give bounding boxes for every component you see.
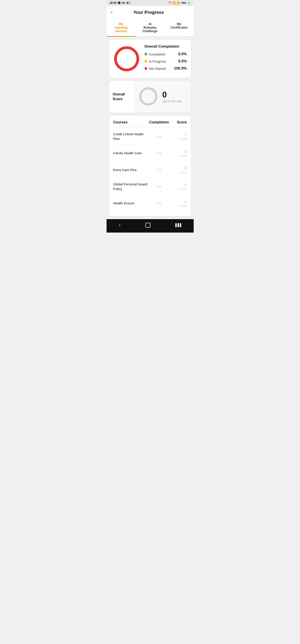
not-started-dot [145,67,147,70]
course-row-5: Health Ensure 0% 0 of 100 [113,195,187,212]
svg-point-1 [140,88,156,104]
course-row-4: Global Personal Guard Policy 0% 0 of 110 [113,178,187,195]
col-completion-header: Completion [149,120,169,124]
legend-in-progress: In Progress 0.0% [145,59,187,64]
completion-title: Overall Completion [145,44,187,49]
col-courses-header: Courses [113,120,149,124]
dh-icon: Dh [122,2,125,4]
score-number: 0 [162,91,182,99]
course-completion-5: 0% [150,201,169,205]
svg-point-0 [115,48,138,70]
course-score-1: 0 of 100 [168,132,187,141]
course-name-3: Extra Care Plus [113,168,150,172]
status-bar: 19:33 🖼 Dh M • ⏰ 📶 📶 70% 🔋 [107,0,194,6]
course-score-5: 0 of 100 [168,198,187,208]
in-progress-label: In Progress [149,60,166,63]
completed-label: Completed [149,52,165,56]
course-name-2: Family Health Care [113,151,150,156]
course-completion-3: 0% [150,168,169,172]
signal-icon: 📶 [177,2,180,4]
course-name-5: Health Ensure [113,201,150,206]
course-completion-1: 0% [150,134,169,138]
time-label: 19:33 [110,1,117,4]
score-out-of: out of 770 | 0% [162,100,182,103]
tab-my-learning[interactable]: MyLearningJourney [107,19,136,37]
completed-pct: 0.0% [178,52,187,56]
wifi-icon: 📶 [173,2,176,4]
battery-label: 70% [181,2,186,4]
content-area: Overall Completion Completed 0.0% In Pro… [107,37,194,219]
tabs-container: MyLearningJourney AIRoleplayChallenge My… [107,19,194,37]
status-left: 19:33 🖼 Dh M • [110,1,131,4]
score-label: OverallScore [109,88,134,106]
photo-icon: 🖼 [118,1,120,4]
nav-recents-button[interactable] [175,223,181,227]
not-started-label: Not Started [149,67,166,70]
course-score-2: 0 of 100 [168,148,187,158]
course-completion-4: 0% [150,185,169,188]
header: ‹ Your Progress [107,6,194,19]
course-name-4: Global Personal Guard Policy [113,182,150,191]
score-label-text: OverallScore [113,92,125,101]
mail-icon: M [126,1,129,4]
status-right: ⏰ 📶 📶 70% 🔋 [168,2,190,4]
course-row-3: Extra Care Plus 0% 0 of 110 [113,162,187,178]
completion-donut [113,46,140,72]
completed-dot [145,53,147,56]
in-progress-pct: 0.0% [178,59,187,64]
back-button[interactable]: ‹ [111,10,113,15]
nav-bar: ‹ [107,219,194,232]
course-row-2: Family Health Care 0% 0 of 100 [113,145,187,162]
courses-header: Courses Completion Score [113,120,187,127]
nav-home-button[interactable] [145,223,150,228]
battery-icon: 🔋 [187,2,191,4]
score-card: OverallScore 0 out of 770 | 0% [109,81,191,113]
alarm-icon: ⏰ [168,2,172,4]
completion-legend: Overall Completion Completed 0.0% In Pro… [145,44,187,73]
courses-card: Courses Completion Score Credit Linked H… [109,116,191,216]
dot-icon: • [130,1,131,4]
not-started-pct: 100.0% [174,66,187,71]
tab-my-certificates-label: MyCertificates [170,22,187,29]
course-row-1: Credit Linked Health Plan 0% 0 of 100 [113,128,187,145]
tab-my-certificates[interactable]: MyCertificates [165,19,194,37]
tab-ai-roleplay[interactable]: AIRoleplayChallenge [136,19,165,37]
legend-not-started: Not Started 100.0% [145,66,187,71]
score-donut [138,86,158,107]
course-completion-2: 0% [150,151,169,155]
tab-ai-roleplay-label: AIRoleplayChallenge [143,22,157,33]
nav-back-button[interactable]: ‹ [119,222,120,228]
page-title: Your Progress [115,10,189,15]
course-score-3: 0 of 110 [168,165,187,175]
completion-card: Overall Completion Completed 0.0% In Pro… [109,40,191,78]
course-name-1: Credit Linked Health Plan [113,132,150,141]
course-score-4: 0 of 110 [168,182,187,191]
score-donut-section: 0 out of 770 | 0% [134,81,191,113]
legend-completed: Completed 0.0% [145,52,187,56]
in-progress-dot [145,60,147,62]
score-values: 0 out of 770 | 0% [162,91,182,103]
col-score-header: Score [169,120,187,124]
tab-my-learning-label: MyLearningJourney [114,22,128,33]
